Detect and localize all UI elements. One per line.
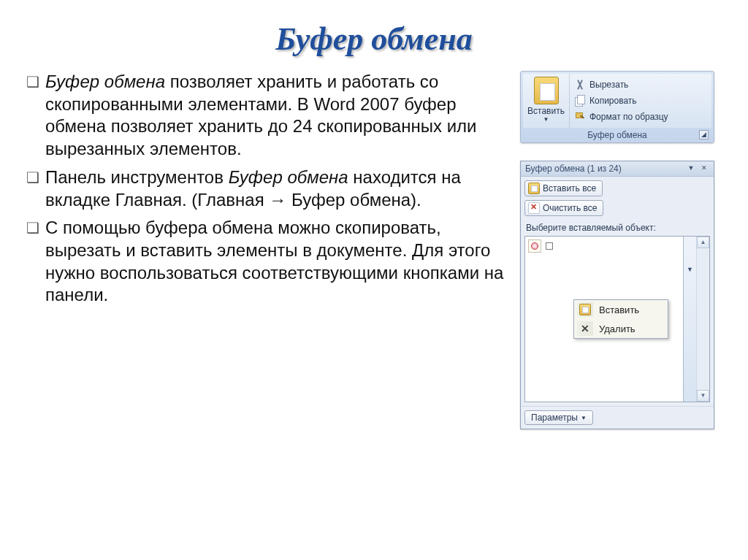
item-dropdown-button[interactable]: ▼ — [683, 237, 696, 402]
select-object-caption: Выберите вставляемый объект: — [526, 223, 710, 233]
paste-label: Вставить — [524, 106, 568, 116]
chevron-down-icon: ▼ — [524, 116, 568, 123]
pane-menu-button[interactable]: ▼ — [686, 164, 696, 174]
bullet-item: ❑ С помощью буфера обмена можно скопиров… — [26, 217, 511, 307]
bullet-item: ❑ Панель инструментов Буфер обмена наход… — [26, 166, 511, 211]
bullet-italic: Буфер обмена — [45, 72, 165, 91]
ribbon-group-caption: Буфер обмена ◢ — [523, 128, 711, 142]
paste-all-button[interactable]: Вставить все — [524, 180, 603, 196]
clipboard-item[interactable] — [528, 239, 553, 253]
text-column: ❑ Буфер обмена позволяет хранить и работ… — [26, 71, 520, 429]
dialog-launcher-button[interactable]: ◢ — [699, 130, 709, 139]
context-paste-item[interactable]: Вставить — [574, 300, 668, 319]
scroll-up-button[interactable]: ▲ — [697, 237, 709, 248]
object-icon — [528, 239, 541, 253]
clear-icon — [528, 202, 540, 214]
paste-all-label: Вставить все — [543, 183, 596, 193]
cut-button[interactable]: Вырезать — [573, 77, 709, 93]
ribbon-caption-text: Буфер обмена — [587, 130, 647, 140]
paste-button[interactable]: Вставить ▼ — [523, 74, 570, 128]
cut-label: Вырезать — [589, 80, 628, 90]
clear-all-button[interactable]: Очистить все — [524, 200, 603, 216]
chevron-down-icon: ▼ — [581, 415, 587, 421]
copy-button[interactable]: Копировать — [573, 93, 709, 109]
bullet-marker-icon: ❑ — [26, 166, 45, 211]
scroll-down-button[interactable]: ▼ — [697, 390, 709, 402]
brush-icon — [574, 111, 586, 123]
pane-title-text: Буфер обмена (1 из 24) — [525, 164, 686, 174]
paste-icon — [528, 183, 540, 194]
bullet-italic: Буфер обмена — [229, 167, 348, 187]
clipboard-list: Вставить ✕ Удалить ▼ ▲ ▼ — [524, 236, 710, 402]
clear-all-label: Очистить все — [543, 203, 597, 213]
object-thumb — [546, 242, 553, 250]
scrollbar[interactable]: ▲ ▼ — [696, 237, 709, 402]
ribbon-clipboard-group: Вставить ▼ Вырезать Копировать Формат по… — [520, 71, 714, 143]
scroll-track[interactable] — [697, 248, 709, 390]
paste-icon — [579, 304, 591, 315]
delete-icon: ✕ — [581, 323, 589, 334]
bullet-marker-icon: ❑ — [26, 217, 45, 307]
scissors-icon — [574, 79, 586, 91]
page-title: Буфер обмена — [0, 0, 748, 71]
paste-icon — [534, 77, 559, 104]
parameters-label: Параметры — [531, 413, 578, 423]
parameters-button[interactable]: Параметры ▼ — [524, 410, 593, 425]
pane-titlebar: Буфер обмена (1 из 24) ▼ ✕ — [521, 161, 714, 177]
bullet-marker-icon: ❑ — [26, 71, 45, 161]
bullet-item: ❑ Буфер обмена позволяет хранить и работ… — [26, 71, 511, 161]
format-painter-button[interactable]: Формат по образцу — [573, 109, 709, 125]
pane-close-button[interactable]: ✕ — [699, 164, 709, 174]
context-menu: Вставить ✕ Удалить — [573, 299, 668, 339]
context-paste-label: Вставить — [599, 304, 639, 315]
bullet-text-span: Панель инструментов — [45, 167, 229, 187]
copy-label: Копировать — [589, 96, 637, 106]
format-label: Формат по образцу — [589, 112, 668, 122]
clipboard-pane: Буфер обмена (1 из 24) ▼ ✕ Вставить все … — [520, 161, 714, 429]
context-delete-label: Удалить — [599, 323, 636, 334]
context-delete-item[interactable]: ✕ Удалить — [574, 319, 668, 338]
bullet-text-span: С помощью буфера обмена можно скопироват… — [45, 218, 503, 304]
copy-icon — [574, 95, 586, 107]
